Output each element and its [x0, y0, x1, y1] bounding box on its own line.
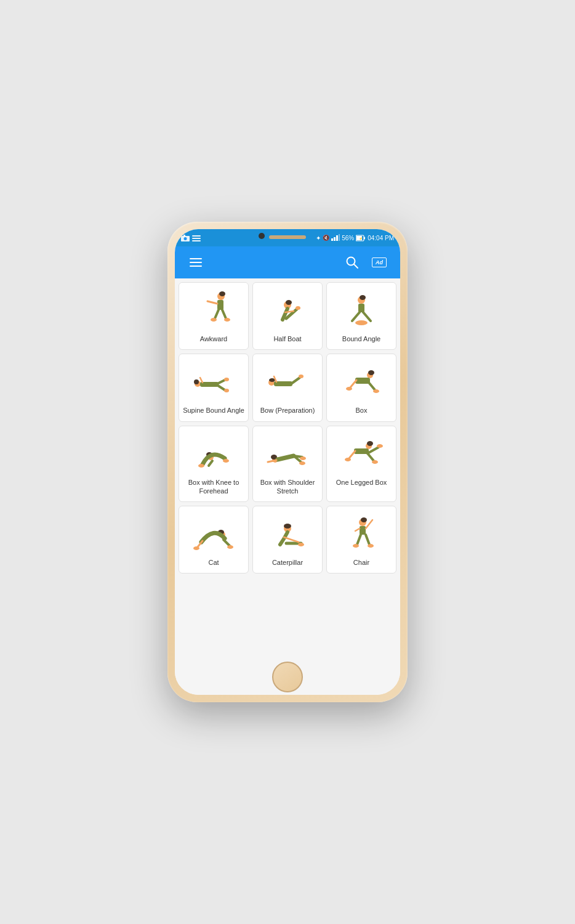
photo-icon: [181, 235, 190, 241]
search-icon: [345, 256, 359, 269]
pose-name: Cat: [208, 558, 219, 567]
pose-name: Bound Angle: [342, 334, 380, 343]
pose-card-7[interactable]: Box with Shoulder Stretch: [252, 426, 323, 503]
svg-text:⚡: ⚡: [359, 237, 363, 241]
pose-card-9[interactable]: Cat: [179, 506, 249, 573]
svg-point-37: [194, 379, 199, 384]
pose-illustration: [337, 511, 386, 554]
pose-card-3[interactable]: Supine Bound Angle: [179, 354, 249, 421]
ad-button[interactable]: Ad: [368, 251, 390, 274]
pose-card-1[interactable]: Half Boat: [252, 282, 323, 350]
svg-rect-5: [192, 240, 201, 241]
pose-grid-container: Awkward Half Boat: [175, 278, 400, 695]
mute-icon: 🔇: [323, 235, 329, 241]
pose-card-6[interactable]: Box with Knee to Forehead: [179, 426, 249, 503]
pose-illustration: [263, 359, 312, 402]
svg-point-82: [193, 546, 199, 550]
svg-point-42: [224, 389, 229, 392]
svg-line-83: [223, 540, 230, 546]
pose-name: Chair: [353, 558, 369, 567]
pose-name: Box with Knee to Forehead: [183, 478, 244, 496]
svg-line-94: [355, 529, 360, 531]
battery-percent: 56%: [342, 235, 354, 241]
svg-rect-92: [360, 526, 366, 535]
pose-card-5[interactable]: Box: [326, 354, 396, 421]
svg-point-98: [368, 544, 374, 548]
svg-line-33: [352, 312, 360, 321]
svg-line-96: [366, 535, 369, 545]
pose-card-8[interactable]: One Legged Box: [326, 426, 396, 503]
svg-line-43: [200, 378, 203, 383]
svg-point-1: [184, 237, 187, 240]
menu-button[interactable]: [185, 251, 207, 274]
svg-line-95: [357, 535, 361, 545]
pose-name: Bow (Preparation): [260, 406, 315, 415]
svg-rect-8: [336, 235, 338, 241]
time-display: 04:04 PM: [368, 235, 394, 241]
phone-speaker: [269, 235, 306, 239]
pose-card-10[interactable]: Caterpillar: [252, 506, 323, 573]
svg-line-20: [215, 310, 219, 318]
pose-illustration: [337, 431, 386, 474]
pose-illustration: [263, 511, 312, 554]
svg-rect-3: [192, 235, 201, 237]
svg-line-73: [349, 451, 355, 458]
svg-point-17: [219, 291, 225, 296]
pose-card-4[interactable]: Bow (Preparation): [252, 354, 323, 421]
svg-point-41: [224, 378, 229, 381]
svg-point-97: [353, 544, 359, 548]
svg-point-76: [377, 444, 383, 448]
svg-rect-4: [192, 238, 201, 239]
phone-frame: ✦ 🔇 56% ⚡ 04:04 PM: [167, 222, 408, 702]
svg-line-34: [363, 312, 371, 321]
svg-line-40: [216, 384, 225, 390]
pose-name: Awkward: [200, 334, 227, 343]
pose-name: Box with Shoulder Stretch: [257, 478, 318, 496]
svg-point-56: [373, 389, 379, 393]
svg-line-59: [209, 461, 212, 466]
status-right: ✦ 🔇 56% ⚡ 04:04 PM: [316, 234, 394, 242]
svg-rect-18: [217, 300, 223, 310]
svg-point-35: [355, 320, 368, 325]
pose-illustration: [337, 359, 386, 402]
pose-card-11[interactable]: Chair: [326, 506, 396, 573]
svg-point-61: [223, 459, 229, 463]
svg-point-48: [299, 375, 304, 378]
pose-grid: Awkward Half Boat: [179, 282, 396, 573]
svg-point-84: [227, 545, 233, 549]
bluetooth-icon: ✦: [316, 235, 321, 241]
svg-rect-2: [183, 235, 185, 237]
battery-icon: ⚡: [356, 235, 366, 241]
signal-bars: [331, 234, 340, 242]
svg-point-25: [286, 300, 292, 305]
svg-line-15: [354, 264, 358, 268]
pose-name: Box: [356, 406, 368, 415]
svg-point-51: [368, 370, 374, 375]
pose-name: Caterpillar: [272, 558, 303, 567]
pose-name: One Legged Box: [336, 478, 387, 487]
svg-line-88: [284, 537, 299, 542]
svg-rect-9: [339, 234, 340, 241]
pose-illustration: [337, 288, 386, 331]
svg-point-78: [372, 460, 378, 464]
pose-name: Half Boat: [273, 334, 301, 343]
svg-rect-12: [364, 237, 365, 239]
svg-point-22: [211, 318, 217, 322]
svg-point-29: [296, 306, 300, 310]
pose-illustration: [263, 431, 312, 474]
status-left: [181, 235, 201, 241]
home-button[interactable]: [272, 662, 303, 692]
svg-line-64: [278, 456, 294, 460]
app-bar-right: Ad: [341, 251, 390, 274]
pose-card-0[interactable]: Awkward: [179, 282, 249, 350]
svg-rect-6: [331, 238, 333, 241]
pose-card-2[interactable]: Bound Angle: [326, 282, 396, 350]
search-button[interactable]: [341, 251, 363, 274]
pose-illustration: [263, 288, 312, 331]
pose-illustration: [189, 511, 238, 554]
svg-line-53: [350, 380, 356, 387]
pose-illustration: [189, 288, 238, 331]
svg-line-47: [291, 378, 300, 384]
svg-point-60: [198, 464, 204, 468]
svg-point-71: [367, 441, 373, 446]
